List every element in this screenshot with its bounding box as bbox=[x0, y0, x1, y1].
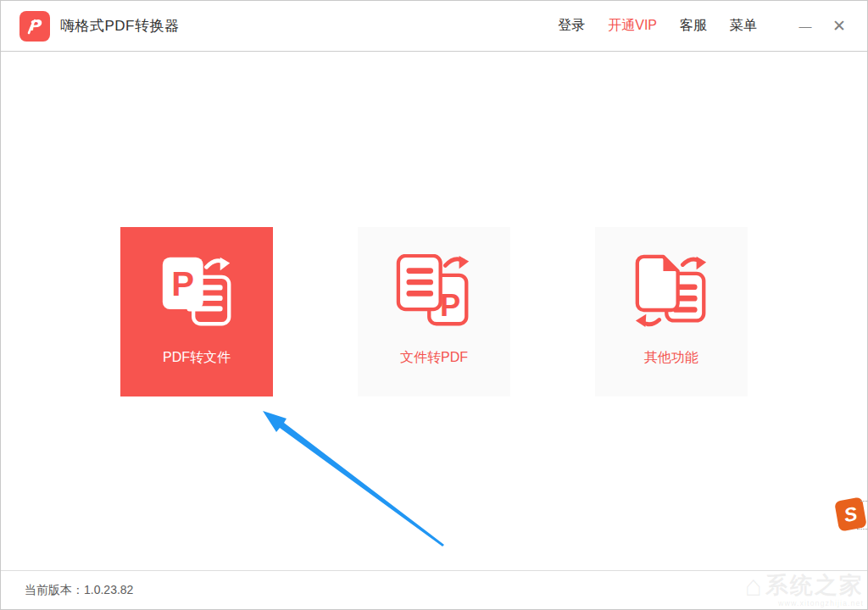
minimize-button[interactable]: — bbox=[794, 19, 816, 33]
version-label: 当前版本：1.0.23.82 bbox=[25, 583, 133, 598]
badge-dotted-line bbox=[857, 529, 868, 530]
statusbar: 当前版本：1.0.23.82 bbox=[1, 570, 867, 610]
menu-link[interactable]: 菜单 bbox=[730, 17, 757, 35]
customer-service-link[interactable]: 客服 bbox=[680, 17, 707, 35]
card-label: PDF转文件 bbox=[163, 349, 231, 367]
badge-dotted-line bbox=[860, 501, 868, 502]
file-to-pdf-icon: P bbox=[393, 252, 475, 330]
other-functions-icon bbox=[631, 252, 712, 330]
vip-link[interactable]: 开通VIP bbox=[608, 17, 657, 35]
card-other-functions[interactable]: 其他功能 bbox=[595, 227, 748, 396]
app-title: 嗨格式PDF转换器 bbox=[60, 16, 180, 36]
card-label: 文件转PDF bbox=[400, 349, 468, 367]
card-pdf-to-file[interactable]: P PDF转文件 bbox=[120, 227, 273, 396]
pdf-to-file-icon: P bbox=[156, 252, 237, 330]
card-label: 其他功能 bbox=[644, 349, 698, 367]
app-logo-icon: P bbox=[19, 11, 50, 42]
login-link[interactable]: 登录 bbox=[558, 17, 585, 35]
titlebar: P 嗨格式PDF转换器 登录 开通VIP 客服 菜单 — ✕ bbox=[1, 1, 867, 52]
icon-letter: P bbox=[171, 265, 194, 303]
main-area: P PDF转文件 bbox=[1, 52, 867, 570]
feature-cards: P PDF转文件 bbox=[1, 227, 867, 396]
close-button[interactable]: ✕ bbox=[828, 16, 850, 36]
app-window: P 嗨格式PDF转换器 登录 开通VIP 客服 菜单 — ✕ P bbox=[0, 0, 868, 610]
site-badge-icon: S bbox=[834, 496, 867, 531]
card-file-to-pdf[interactable]: P 文件转PDF bbox=[358, 227, 510, 396]
icon-letter: P bbox=[440, 288, 460, 323]
window-controls: — ✕ bbox=[794, 16, 850, 36]
